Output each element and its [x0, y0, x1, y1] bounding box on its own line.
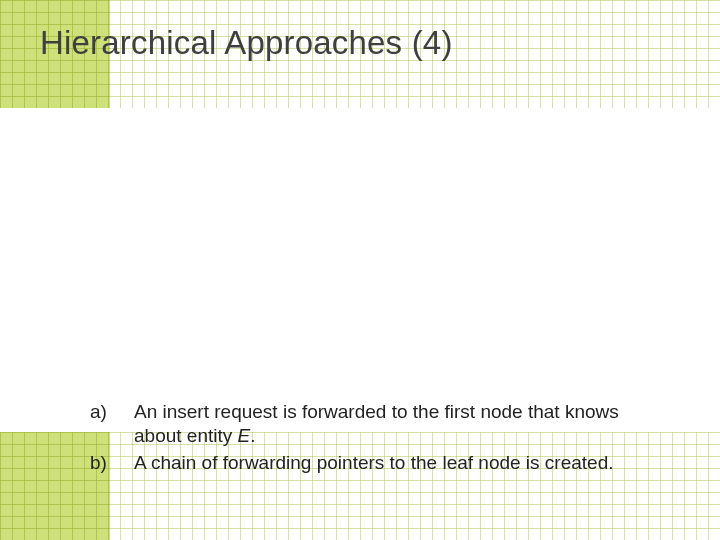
list-text-a: An insert request is forwarded to the fi… — [134, 400, 660, 449]
list-text-b-before: A chain of forwarding pointers to the le… — [134, 452, 614, 473]
entity-symbol: E — [238, 425, 251, 446]
list-item: b) A chain of forwarding pointers to the… — [90, 451, 660, 475]
list-marker-b: b) — [90, 451, 134, 475]
list-item: a) An insert request is forwarded to the… — [90, 400, 660, 449]
list-text-a-before: An insert request is forwarded to the fi… — [134, 401, 619, 446]
page-title: Hierarchical Approaches (4) — [40, 24, 453, 62]
body-list: a) An insert request is forwarded to the… — [90, 400, 660, 477]
list-text-b: A chain of forwarding pointers to the le… — [134, 451, 660, 475]
list-marker-a: a) — [90, 400, 134, 449]
list-text-a-after: . — [250, 425, 255, 446]
